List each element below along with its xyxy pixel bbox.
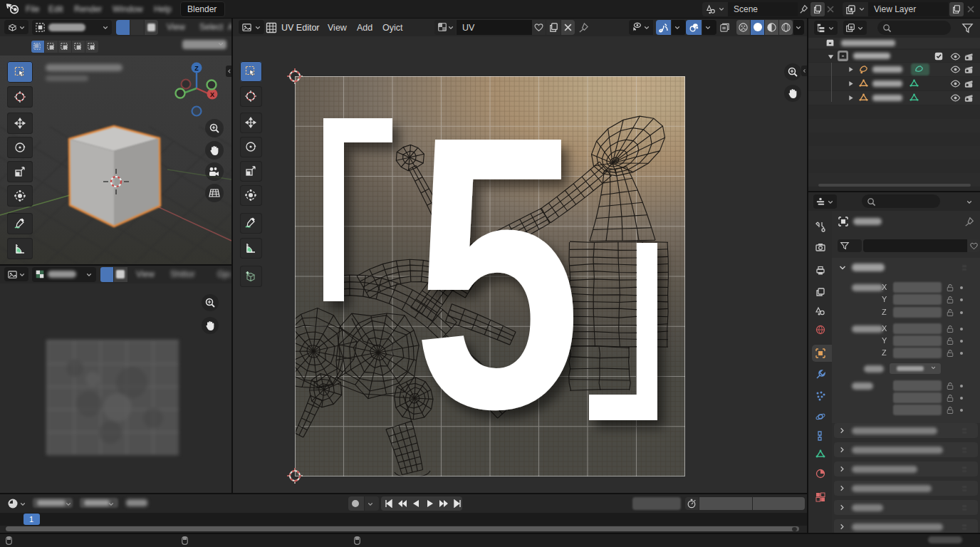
- svg-text:Z: Z: [194, 65, 199, 72]
- svg-text:X: X: [210, 91, 214, 98]
- svg-text:5: 5: [412, 76, 582, 476]
